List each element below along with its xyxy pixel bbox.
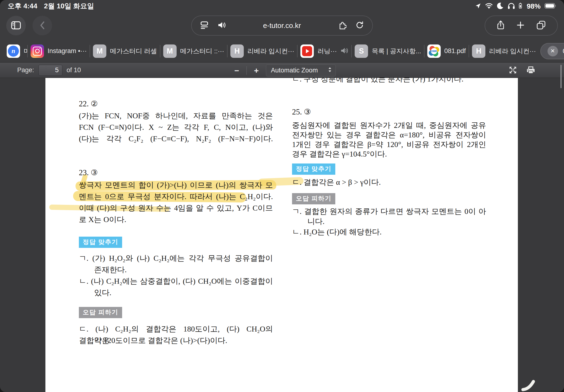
omr-app-icon: OMR: [427, 44, 441, 58]
status-left: 오후 4:44 2월 10일 화요일: [8, 1, 94, 11]
moon-icon: [497, 2, 504, 10]
pdf-toolbar-right: [509, 63, 535, 78]
reader-icon[interactable]: [200, 21, 208, 30]
letter-h-icon: H: [472, 44, 485, 58]
wrong-answer-badge: 오답 피하기: [79, 307, 122, 318]
q23-correct-item: ㄱ. (가) H₂O₂와 (나) C₂H₂에는 각각 무극성 공유결합이: [79, 252, 273, 264]
q22-line: (다)는 각각 C₂F₂ (F−C≡C−F), N₂F₂ (F−N=N−F)이다…: [79, 133, 273, 144]
updown-arrows-icon: [328, 67, 331, 74]
tab-audio-icon[interactable]: [340, 47, 348, 55]
reload-icon[interactable]: [356, 21, 364, 30]
close-icon[interactable]: ✕: [548, 46, 558, 56]
tab-overview-icon[interactable]: [536, 21, 546, 31]
letter-m-icon: M: [93, 44, 106, 58]
tab-megastudy-russel[interactable]: M 메가스터디 러셀: [90, 40, 160, 62]
zoom-select-value: Automatic Zoom: [271, 67, 318, 74]
tab-libera-1[interactable]: H 리베라 입시컨···: [228, 40, 297, 62]
zoom-out-button[interactable]: −: [233, 67, 241, 75]
q22-line: (가)는 FCN, NOF중 하나인데, 자료를 만족하는 것은: [79, 110, 273, 121]
q23-line: 쌍극자 모멘트의 합이 (가)>(나) 이므로 (나)의 쌍극자 모: [79, 179, 273, 191]
correct-answer-badge: 정답 맞추기: [292, 164, 335, 175]
pdf-toolbar: Page: of 10 − + Automatic Zoom: [0, 62, 564, 78]
q23-line: 멘트는 0으로 무극성 분자이다. 따라서 (나)는 C₂H₂이다.: [79, 191, 273, 202]
youtube-icon: [300, 44, 314, 58]
fullscreen-button[interactable]: [509, 66, 517, 75]
q23-correct-item: 존재한다.: [79, 264, 273, 275]
tab-megastudy-2[interactable]: M 메가스터디 ::···: [160, 40, 227, 62]
extensions-puzzle-icon[interactable]: [338, 21, 346, 30]
q22-line: FCN (F−C≡N)이다. X ~ Z는 각각 F, C, N이고, (나)와: [79, 121, 273, 133]
pdf-viewer-area[interactable]: ㄷ. 구성 성분에 결합이 있는 분자는 (가) 1가지이다. 22. ② (가…: [0, 78, 564, 392]
q25-wrong-item: 니다.: [292, 216, 486, 227]
wrong-answer-badge: 오답 피하기: [292, 193, 335, 204]
tab-081-pdf[interactable]: OMR 081.pdf: [425, 40, 469, 62]
q25-number: 25. ③: [292, 106, 486, 118]
status-date: 2월 10일 화요일: [44, 1, 94, 11]
accessory-battery-icon: [519, 3, 522, 10]
print-button[interactable]: [526, 66, 535, 75]
q25-line: 중심원자에 결합된 원자수가 2개일 때, 중심원자에 공유: [292, 120, 486, 130]
wifi-icon: [485, 3, 493, 10]
print-icon: [526, 66, 535, 75]
q22-number: 22. ②: [79, 98, 273, 110]
status-right: 98%: [475, 2, 556, 10]
safari-toolbar: e-tutor.co.kr: [0, 11, 564, 40]
tab-instagram[interactable]: Instagram •···: [28, 40, 90, 62]
clipped-text-line: ㄷ. 구성 성분에 결합이 있는 분자는 (가) 1가지이다.: [292, 78, 474, 85]
q25-wrong-item: ㄴ. H₂O는 (다)에 해당한다.: [292, 227, 486, 237]
zoom-divider: [246, 66, 247, 75]
q25-line: 전자쌍만 있는 경우 결합각은 α=180°, 비공유 전자쌍이: [292, 129, 486, 140]
q23-correct-item: ㄴ. (나) C₂H₂에는 삼중결합이, (다) CH₂O에는 이중결합이: [79, 275, 273, 287]
status-time: 오후 4:44: [8, 1, 37, 11]
headphones-icon: [508, 2, 515, 10]
new-tab-plus-icon[interactable]: [516, 21, 524, 30]
q25-line: 1개인 경우 결합각은 β=약 120°, 비공유 전자쌍이 2개인: [292, 139, 486, 150]
back-button[interactable]: [32, 16, 52, 35]
tab-youtube[interactable]: 러닝···: [298, 40, 351, 62]
q23-line: 이때 (다)의 구성 원자 수는 4임을 알 수 있고, Y가 C이므: [79, 202, 273, 214]
n-logo-icon: n: [7, 44, 20, 58]
url-text: e-tutor.co.kr: [235, 22, 329, 30]
back-icon: [40, 21, 45, 30]
battery-icon: [544, 3, 556, 10]
page-total: of 10: [67, 67, 81, 74]
page-audio-icon[interactable]: [218, 21, 226, 30]
tab-notice-list[interactable]: S 목록 | 공지사항...: [352, 40, 424, 62]
fullscreen-icon: [509, 66, 517, 75]
zoom-in-button[interactable]: +: [252, 67, 261, 75]
svg-text:OMR: OMR: [431, 50, 437, 53]
zoom-controls: − + Automatic Zoom: [233, 63, 336, 78]
page-label: Page:: [17, 67, 34, 74]
status-bar: 오후 4:44 2월 10일 화요일: [0, 0, 564, 11]
tab-084-pdf-active[interactable]: ✕ 084.pdf: [540, 43, 564, 59]
address-bar[interactable]: e-tutor.co.kr: [191, 15, 373, 36]
tab-bar: n 마이러 Instagram •··· M 메가스터디 러셀 M 메가스터디 …: [0, 40, 564, 62]
sidebar-toggle-button[interactable]: [6, 16, 26, 35]
tab-my[interactable]: n 마이러: [2, 40, 27, 62]
q23-correct-item: 있다.: [79, 287, 273, 298]
q23-line: 로 X는 O이다.: [79, 214, 273, 225]
pdf-page: ㄷ. 구성 성분에 결합이 있는 분자는 (가) 1가지이다. 22. ② (가…: [45, 78, 518, 392]
letter-m-icon: M: [163, 44, 177, 58]
nav-right-group: [485, 15, 558, 36]
location-icon: [475, 3, 481, 10]
correct-answer-badge: 정답 맞추기: [79, 237, 122, 248]
letter-h-icon: H: [230, 44, 244, 58]
scrollbar-thumb[interactable]: [560, 65, 562, 88]
tab-libera-2[interactable]: H 리베라 입시컨···: [469, 40, 539, 62]
q23-wrong-item: 약 120도이므로 결합각은 (나)>(다)이다.: [79, 335, 273, 346]
page-number-input[interactable]: [39, 65, 62, 76]
q25-wrong-item: ㄱ. 결합한 원자의 종류가 다르면 쌍극자 모멘트는 0이 아: [292, 206, 486, 217]
zoom-select[interactable]: Automatic Zoom: [266, 65, 336, 76]
sidebar-icon: [11, 21, 21, 30]
share-icon[interactable]: [497, 20, 505, 31]
letter-s-icon: S: [355, 44, 368, 58]
ipad-screen: 오후 4:44 2월 10일 화요일: [0, 0, 564, 392]
page-controls: Page: of 10: [0, 65, 81, 76]
q25-correct-item: ㄷ. 결합각은 α > β > γ이다.: [292, 176, 486, 188]
scribble-indicator: [521, 378, 537, 392]
q25-line: 경우 결합각은 γ=104.5°이다.: [292, 149, 486, 159]
battery-percent: 98%: [527, 2, 541, 10]
q23-number: 23. ③: [79, 167, 273, 178]
instagram-icon: [31, 44, 44, 58]
